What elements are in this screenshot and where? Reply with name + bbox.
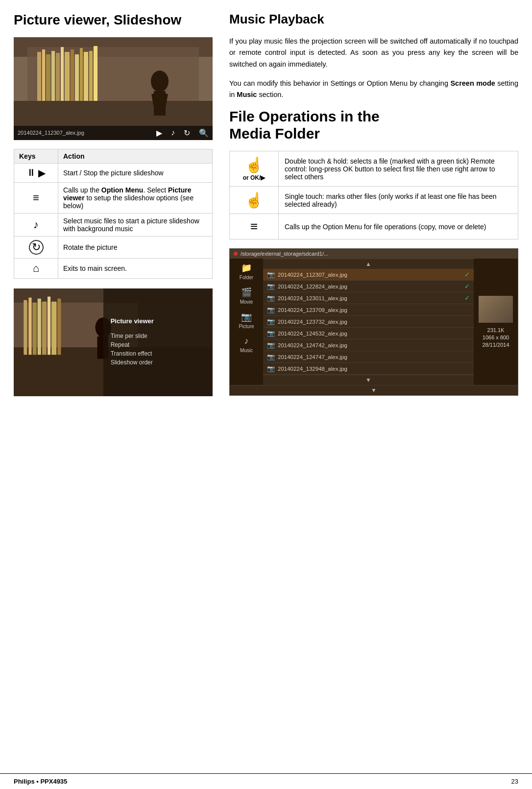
slideshow-menu-title: Picture viewer (111, 317, 205, 325)
fb-sidebar: 📁Folder🎬Movie📷Picture♪Music (230, 259, 263, 385)
key-icon-1: ≡ (14, 182, 58, 213)
rotate-icon: ↻ (184, 128, 190, 138)
fb-file-row[interactable]: 📷20140224_122824_alex.jpg✓ (263, 281, 474, 292)
fb-file-name: 20140224_123709_alex.jpg (278, 307, 470, 313)
right-column: Music Playback If you play music files t… (224, 12, 518, 773)
menu-icon: ≡ (250, 219, 258, 234)
action-header: Action (58, 149, 213, 163)
fb-file-row[interactable]: 📷20140224_112307_alex.jpg✓ (263, 269, 474, 281)
fb-file-icon: 📷 (267, 353, 275, 360)
fb-top-arrow: ▲ (263, 259, 474, 269)
fb-file-bottom-arrow: ▼ (263, 375, 474, 385)
fb-header-dot (234, 252, 238, 256)
screen-mode-bold: Screen mode (450, 79, 495, 87)
fb-thumb (479, 296, 513, 323)
slideshow-menu-overlay: Picture viewer Time per slideRepeatTrans… (103, 288, 213, 396)
fb-sidebar-label-0: Folder (240, 275, 253, 280)
fb-file-row[interactable]: 📷20140224_124747_alex.jpg (263, 351, 474, 363)
fb-main: ▲ 📷20140224_112307_alex.jpg✓📷20140224_12… (263, 259, 474, 385)
svg-rect-12 (75, 54, 79, 101)
music-playback-para2: You can modify this behavior in Settings… (229, 78, 518, 100)
fb-sidebar-music[interactable]: ♪Music (240, 336, 253, 353)
fb-sidebar-icon-3: ♪ (244, 336, 249, 346)
fb-sidebar-picture[interactable]: 📷Picture (239, 311, 254, 329)
key-action-3: Rotate the picture (58, 236, 213, 258)
key-icon-2: ♪ (14, 213, 58, 236)
svg-rect-25 (28, 297, 31, 355)
menu-item: Repeat (111, 340, 205, 349)
fb-file-name: 20140224_122824_alex.jpg (278, 284, 461, 289)
fb-file-icon: 📷 (267, 271, 275, 278)
svg-rect-5 (42, 49, 45, 101)
content-area: Picture viewer, Slideshow (0, 0, 532, 773)
fb-file-row[interactable]: 📷20140224_124532_alex.jpg (263, 328, 474, 339)
svg-rect-27 (38, 298, 41, 355)
slideshow-image: 20140224_112307_alex.jpg ▶ ♪ ↻ 🔍 (14, 37, 213, 140)
key-action-4: Exits to main screen. (58, 258, 213, 278)
fb-info-panel: 231.1K 1066 x 800 28/11/2014 (474, 259, 518, 385)
svg-rect-4 (37, 52, 41, 101)
file-ops-title-line1: File Operations in the (229, 108, 518, 125)
slideshow-svg (14, 37, 213, 140)
file-browser: /storage/external_storage/sdcard1/... 📁F… (229, 248, 518, 396)
fb-header: /storage/external_storage/sdcard1/... (230, 249, 518, 259)
music-icon: ♪ (171, 128, 175, 138)
fb-file-name: 20140224_124532_alex.jpg (278, 331, 470, 336)
slideshow-settings-image: Picture viewer Time per slideRepeatTrans… (14, 288, 213, 396)
svg-point-17 (151, 71, 169, 92)
para2-suffix: section. (257, 91, 283, 98)
fb-file-row[interactable]: 📷20140224_132948_alex.jpg (263, 363, 474, 375)
file-ops-title-line2: Media Folder (229, 125, 518, 143)
fb-sidebar-label-3: Music (240, 348, 253, 353)
file-ops-heading: File Operations in the Media Folder (229, 108, 518, 142)
key-action-1: Calls up the Option Menu. Select Picture… (58, 182, 213, 213)
key-action-2: Select music files to start a picture sl… (58, 213, 213, 236)
key-icon-4: ⌂ (14, 258, 58, 278)
svg-rect-13 (80, 48, 83, 101)
fb-file-row[interactable]: 📷20140224_124742_alex.jpg (263, 339, 474, 351)
fb-file-icon: 📷 (267, 294, 275, 302)
para2-prefix: You can modify this behavior in Settings… (229, 79, 450, 87)
fb-file-name: 20140224_123732_alex.jpg (278, 319, 470, 325)
keys-table: Keys Action ⏸▶Start / Stop the picture s… (14, 149, 213, 279)
footer-brand: Philips • PPX4935 (14, 778, 67, 785)
svg-rect-31 (57, 298, 61, 355)
fb-info-size: 231.1K (487, 327, 505, 333)
fb-file-row[interactable]: 📷20140224_123709_alex.jpg (263, 304, 474, 316)
fb-sidebar-label-2: Picture (239, 324, 254, 329)
fb-sidebar-icon-1: 🎬 (241, 287, 252, 298)
footer-page: 23 (511, 778, 518, 785)
keys-header: Keys (14, 149, 58, 163)
fb-file-name: 20140224_124747_alex.jpg (278, 354, 470, 360)
touch-icon: ☝ (245, 192, 263, 208)
menu-item: Transition effect (111, 349, 205, 358)
fb-file-name: 20140224_124742_alex.jpg (278, 342, 470, 348)
fb-sidebar-label-1: Movie (240, 299, 253, 305)
music-bold: Music (237, 91, 257, 98)
touch-ok-icon: ☝or OK/▶ (236, 156, 272, 181)
menu-item: Time per slide (111, 332, 205, 340)
image-filename: 20140224_112307_alex.jpg (18, 130, 146, 136)
file-ops-action-2: Calls up the Option Menu for file operat… (279, 214, 518, 239)
menu-item: Slideshow order (111, 358, 205, 367)
svg-rect-15 (89, 51, 93, 101)
image-controls: ▶ ♪ ↻ 🔍 (156, 128, 209, 138)
svg-rect-10 (65, 52, 70, 101)
slideshow-image-bg (14, 37, 213, 140)
svg-rect-26 (33, 302, 37, 355)
fb-file-row[interactable]: 📷20140224_123011_alex.jpg✓ (263, 292, 474, 304)
footer: Philips • PPX4935 23 (0, 773, 532, 789)
fb-file-icon: 📷 (267, 306, 275, 313)
music-playback-title: Music Playback (229, 12, 518, 27)
fb-file-check: ✓ (464, 294, 470, 302)
fb-file-row[interactable]: 📷20140224_123732_alex.jpg (263, 316, 474, 328)
search-icon: 🔍 (199, 128, 209, 138)
play-icon: ▶ (156, 128, 162, 138)
svg-rect-29 (48, 296, 50, 355)
svg-rect-24 (24, 300, 27, 355)
fb-sidebar-folder[interactable]: 📁Folder (240, 263, 253, 280)
fb-sidebar-movie[interactable]: 🎬Movie (240, 287, 253, 305)
fb-file-icon: 📷 (267, 318, 275, 325)
fb-file-check: ✓ (464, 283, 470, 290)
fb-file-name: 20140224_112307_alex.jpg (278, 272, 461, 278)
